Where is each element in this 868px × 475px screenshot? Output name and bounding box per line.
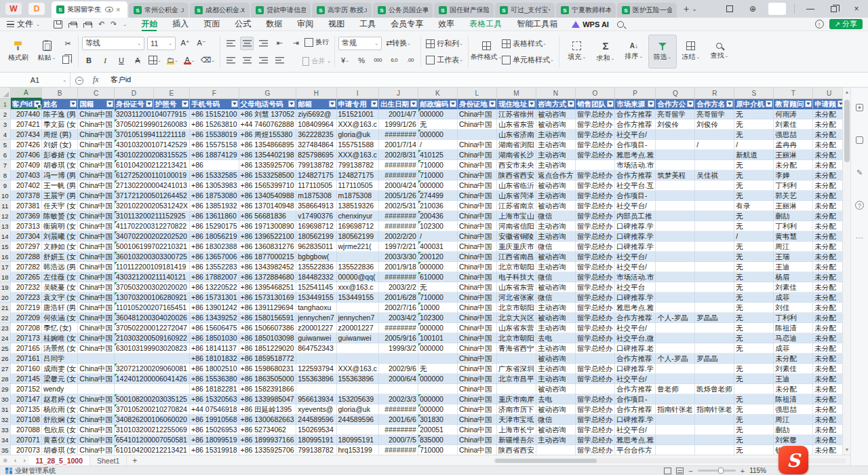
cell[interactable]: 山东省东营	[497, 323, 536, 333]
cell[interactable]: 710000	[418, 445, 458, 455]
cell[interactable]	[337, 384, 379, 394]
zoom-in-button[interactable]: +	[741, 467, 745, 475]
cell[interactable]	[656, 333, 695, 343]
cell[interactable]: 301830	[418, 415, 458, 425]
scroll-down-icon[interactable]: ▼	[844, 447, 850, 453]
cell[interactable]	[576, 384, 615, 394]
cell[interactable]: +86 56681836	[239, 211, 297, 221]
cell[interactable]: 季忆 (女)	[42, 323, 78, 333]
cell[interactable]: 陈敏赟 (女	[42, 211, 78, 221]
convert-button[interactable]: ⇄ 转换⌄	[384, 37, 412, 50]
underline-button[interactable]: U	[115, 54, 128, 67]
menu-item-9[interactable]: 会员专享	[383, 18, 431, 31]
cell[interactable]: 社交平台/	[615, 201, 656, 211]
cell[interactable]: 留学总经办	[576, 323, 615, 333]
cell[interactable]: 主动咨询	[536, 364, 576, 374]
cell[interactable]: z20001227	[337, 323, 379, 333]
tab-list-chevron-icon[interactable]: ⌄	[692, 5, 697, 12]
cell[interactable]: 山东省临沂	[497, 180, 536, 191]
cell[interactable]: 610000	[418, 272, 458, 282]
cell[interactable]: 未分配	[813, 252, 842, 262]
cell[interactable]	[695, 231, 734, 242]
cell[interactable]: 未分配	[813, 109, 842, 119]
cell[interactable]: 10000	[418, 303, 458, 313]
cell[interactable]: 强思喆	[774, 130, 813, 140]
cell[interactable]: 微信	[536, 292, 576, 303]
cell[interactable]: +86 13611860	[190, 211, 239, 221]
align-middle-icon[interactable]	[240, 37, 254, 50]
filter-dropdown-icon[interactable]	[837, 100, 842, 107]
fill-color-button[interactable]: 🗀⌄	[165, 54, 180, 67]
cell[interactable]: 丁利利	[774, 313, 813, 323]
spreadsheet-grid[interactable]: ABCDEFGHIJKLMNOPQRSTU1客户id姓名国籍身份证号护照号手机号…	[0, 88, 842, 455]
cell[interactable]: 主动咨询	[536, 191, 576, 201]
cell[interactable]: 207403	[11, 170, 42, 180]
cell[interactable]: 274499	[418, 191, 458, 201]
cell[interactable]: 未分配	[813, 435, 842, 445]
paste-button[interactable]: 粘贴⌄	[33, 35, 61, 69]
filter-dropdown-icon[interactable]	[70, 100, 77, 107]
cell[interactable]: 2001/9/18	[379, 262, 418, 272]
cell[interactable]: 210036	[418, 201, 458, 211]
cell[interactable]: 未分配	[813, 343, 842, 354]
table-header-cell[interactable]: 邮政编码	[418, 99, 458, 109]
vertical-scrollbar[interactable]: ▲ ▼	[842, 88, 850, 455]
cell[interactable]: +86 1859518772	[239, 354, 297, 364]
cell[interactable]: 内部员工推	[615, 211, 656, 221]
cell[interactable]	[379, 384, 418, 394]
row-header-27[interactable]: 27	[0, 364, 11, 374]
cell[interactable]: 180995191	[337, 435, 379, 445]
cell[interactable]: 刘俊伶	[695, 119, 734, 130]
cell[interactable]: China中国	[78, 272, 114, 282]
cell[interactable]	[115, 384, 190, 394]
cell[interactable]: 370105200210270824	[115, 404, 190, 415]
cell[interactable]: +86 15575158	[190, 140, 239, 150]
normal-view-icon[interactable]	[664, 468, 671, 474]
cell[interactable]	[695, 160, 734, 170]
table-header-cell[interactable]: 父母电话号码	[239, 99, 297, 109]
cell[interactable]: +86 1565399710	[239, 180, 297, 191]
upload-icon[interactable]: ↑	[815, 20, 824, 28]
cell[interactable]: 1997/2/21	[379, 242, 418, 252]
filter-button[interactable]: 筛选⌄	[648, 35, 677, 69]
font-size-select[interactable]: 11⌄	[147, 37, 176, 50]
cell[interactable]	[656, 211, 695, 221]
cell[interactable]: 北京市朝阳	[497, 262, 536, 272]
cell[interactable]: 蒯劼	[774, 211, 813, 221]
cell[interactable]: 310103200212255069	[115, 425, 190, 435]
cell[interactable]: 未分配	[774, 384, 813, 394]
cell[interactable]: m1875308	[296, 191, 336, 201]
cell[interactable]: 李婵	[774, 170, 813, 180]
cell[interactable]: 207297	[11, 242, 42, 252]
cell[interactable]: 未分配	[813, 374, 842, 384]
cell[interactable]: 留学总经办	[576, 221, 615, 231]
cell[interactable]: m1875308	[337, 191, 379, 201]
menu-item-7[interactable]: 视图	[321, 18, 352, 31]
cell[interactable]: 207208	[11, 323, 42, 333]
cell[interactable]: +86 1573130169	[239, 292, 297, 303]
cell[interactable]: 衡琬明 (女	[42, 221, 78, 231]
cell[interactable]: 周江	[774, 415, 813, 425]
cell[interactable]	[695, 415, 734, 425]
sheet-tab-2[interactable]: Sheet1	[90, 455, 127, 466]
cell[interactable]: 2002/8/31	[379, 150, 418, 160]
filter-dropdown-icon[interactable]	[489, 100, 496, 107]
copy-button[interactable]: ⌄	[61, 53, 75, 66]
cell[interactable]: 2005/9/16	[379, 333, 418, 343]
cell[interactable]: 358664913	[296, 201, 336, 211]
currency-button[interactable]: ¥⌄	[338, 54, 352, 67]
cell[interactable]	[695, 445, 734, 455]
cell[interactable]	[734, 384, 774, 394]
cell[interactable]: 835000	[418, 435, 458, 445]
cell[interactable]: 冯一博 (男	[42, 170, 78, 180]
cell[interactable]: China中国	[78, 150, 114, 160]
cell[interactable]: hrq153199	[337, 445, 379, 455]
row-header-20[interactable]: 20	[0, 292, 11, 303]
align-bottom-icon[interactable]	[256, 37, 270, 50]
cell[interactable]: China中国	[458, 211, 497, 221]
sidebar-shape-icon[interactable]	[855, 135, 865, 145]
table-header-cell[interactable]: 教育顾问	[774, 99, 813, 109]
cell[interactable]: 2001/7/14	[379, 140, 418, 150]
cell[interactable]: 无	[734, 425, 774, 435]
borders-button[interactable]: ⌄	[147, 54, 163, 67]
